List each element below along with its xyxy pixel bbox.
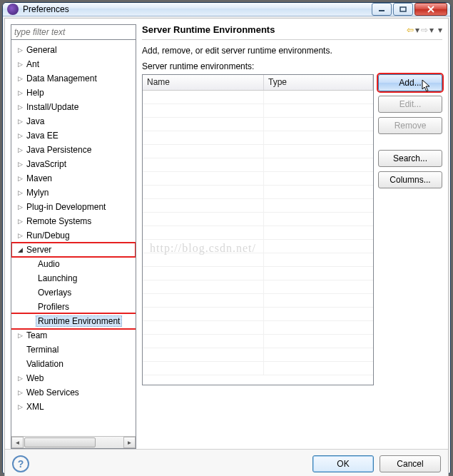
client-area: ▷General ▷Ant ▷Data Management ▷Help ▷In… bbox=[4, 18, 449, 476]
forward-icon[interactable]: ⇨ bbox=[421, 25, 428, 35]
edit-button[interactable]: Edit... bbox=[378, 96, 442, 113]
columns-button[interactable]: Columns... bbox=[378, 171, 442, 188]
tree-list: ▷General ▷Ant ▷Data Management ▷Help ▷In… bbox=[11, 40, 136, 436]
footer: ? OK Cancel bbox=[5, 449, 448, 476]
back-menu-icon[interactable]: ▾ bbox=[415, 25, 419, 35]
tree-item-ant[interactable]: ▷Ant bbox=[11, 57, 136, 71]
tree-hscrollbar[interactable]: ◄ ► bbox=[11, 436, 136, 448]
back-icon[interactable]: ⇦ bbox=[407, 25, 414, 35]
history-nav: ⇦▾ ⇨▾ ▾ bbox=[407, 25, 442, 35]
col-name[interactable]: Name bbox=[143, 75, 264, 90]
tree[interactable]: ▷General ▷Ant ▷Data Management ▷Help ▷In… bbox=[11, 40, 136, 449]
columns-button-label: Columns... bbox=[390, 175, 430, 185]
tree-item-maven[interactable]: ▷Maven bbox=[11, 171, 136, 186]
close-button[interactable] bbox=[414, 3, 447, 16]
remove-button-label: Remove bbox=[395, 121, 427, 131]
table-header: Name Type bbox=[143, 75, 373, 91]
tree-item-team[interactable]: ▷Team bbox=[11, 328, 136, 343]
window-title: Preferences bbox=[23, 4, 372, 14]
tree-item-web-services[interactable]: ▷Web Services bbox=[11, 385, 136, 400]
tree-item-profilers[interactable]: Profilers bbox=[11, 300, 136, 314]
remove-button[interactable]: Remove bbox=[378, 117, 442, 134]
tree-item-install-update[interactable]: ▷Install/Update bbox=[11, 100, 136, 114]
tree-item-server[interactable]: ◢Server bbox=[11, 243, 136, 257]
tree-item-help[interactable]: ▷Help bbox=[11, 86, 136, 100]
tree-item-mylyn[interactable]: ▷Mylyn bbox=[11, 186, 136, 200]
tree-item-xml[interactable]: ▷XML bbox=[11, 400, 136, 414]
tree-item-java-ee[interactable]: ▷Java EE bbox=[11, 128, 136, 143]
preferences-window: Preferences ▷General ▷Ant ▷Data Manageme… bbox=[2, 2, 451, 474]
tree-item-java[interactable]: ▷Java bbox=[11, 114, 136, 128]
help-icon[interactable]: ? bbox=[12, 455, 29, 472]
tree-item-java-persistence[interactable]: ▷Java Persistence bbox=[11, 143, 136, 157]
maximize-button[interactable] bbox=[393, 3, 413, 16]
tree-item-overlays[interactable]: Overlays bbox=[11, 285, 136, 300]
tree-item-validation[interactable]: Validation bbox=[11, 357, 136, 371]
minimize-button[interactable] bbox=[372, 3, 392, 16]
add-button-label: Add... bbox=[399, 78, 421, 88]
ok-label: OK bbox=[337, 459, 349, 469]
add-button[interactable]: Add... bbox=[378, 74, 442, 91]
edit-button-label: Edit... bbox=[399, 99, 422, 109]
eclipse-icon bbox=[7, 4, 19, 15]
cursor-icon bbox=[422, 79, 433, 93]
titlebar[interactable]: Preferences bbox=[3, 3, 450, 16]
tree-item-data-management[interactable]: ▷Data Management bbox=[11, 71, 136, 86]
page-title: Server Runtime Environments bbox=[142, 24, 407, 35]
search-button-label: Search... bbox=[393, 153, 427, 163]
table-body[interactable]: http://blog.csdn.net/ bbox=[143, 91, 373, 385]
nav-panel: ▷General ▷Ant ▷Data Management ▷Help ▷In… bbox=[11, 24, 136, 449]
tree-item-remote-systems[interactable]: ▷Remote Systems bbox=[11, 214, 136, 228]
runtime-table[interactable]: Name Type http://blog.csdn.net/ bbox=[142, 74, 374, 385]
tree-item-web[interactable]: ▷Web bbox=[11, 371, 136, 385]
separator bbox=[142, 39, 442, 40]
forward-menu-icon[interactable]: ▾ bbox=[429, 25, 434, 35]
tree-item-audio[interactable]: Audio bbox=[11, 257, 136, 271]
svg-rect-1 bbox=[400, 7, 406, 11]
cancel-label: Cancel bbox=[397, 459, 423, 469]
tree-item-run-debug[interactable]: ▷Run/Debug bbox=[11, 228, 136, 243]
cancel-button[interactable]: Cancel bbox=[380, 455, 441, 472]
main-panel: Server Runtime Environments ⇦▾ ⇨▾ ▾ Add,… bbox=[142, 24, 442, 449]
tree-item-launching[interactable]: Launching bbox=[11, 271, 136, 285]
scroll-left-icon[interactable]: ◄ bbox=[11, 437, 24, 448]
filter-input[interactable] bbox=[11, 24, 136, 40]
page-description: Add, remove, or edit server runtime envi… bbox=[142, 46, 442, 56]
list-label: Server runtime environments: bbox=[142, 61, 442, 71]
col-type[interactable]: Type bbox=[264, 75, 373, 90]
tree-item-terminal[interactable]: Terminal bbox=[11, 343, 136, 357]
scroll-thumb[interactable] bbox=[24, 437, 96, 447]
tree-item-javascript[interactable]: ▷JavaScript bbox=[11, 157, 136, 171]
ok-button[interactable]: OK bbox=[312, 455, 374, 472]
view-menu-icon[interactable]: ▾ bbox=[438, 25, 442, 35]
tree-item-general[interactable]: ▷General bbox=[11, 43, 136, 57]
button-column: Add... Edit... Remove Search... Columns.… bbox=[378, 74, 442, 449]
tree-item-runtime-environments[interactable]: Runtime Environment bbox=[11, 314, 136, 328]
scroll-right-icon[interactable]: ► bbox=[123, 437, 136, 448]
search-button[interactable]: Search... bbox=[378, 150, 442, 167]
tree-item-plugin-dev[interactable]: ▷Plug-in Development bbox=[11, 200, 136, 214]
